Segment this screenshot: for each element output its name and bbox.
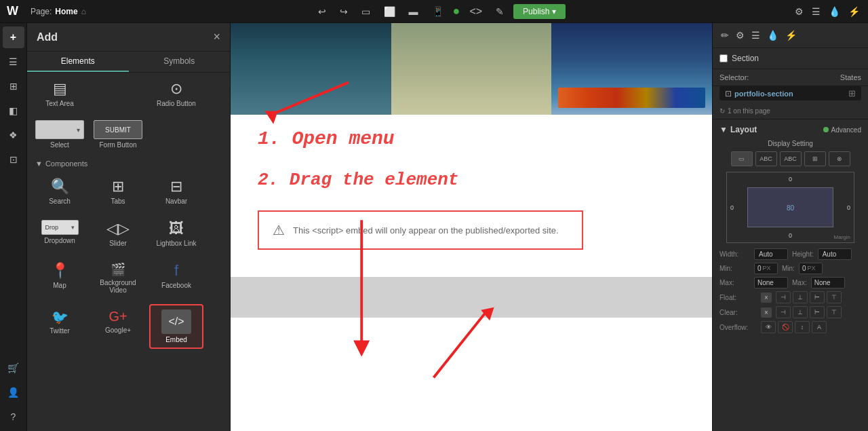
overflow-row: Overflow: 👁 🚫 ↕ A [719, 321, 861, 333]
display-inline-block-icon[interactable]: ABC [755, 151, 777, 166]
ecommerce-icon[interactable]: 🛒 [3, 357, 24, 379]
navbar-icon: ⊟ [170, 178, 182, 195]
selector-field[interactable]: ⊡ portfolio-section ⊞ [719, 86, 861, 100]
float-both-icon[interactable]: ⊤ [827, 291, 842, 303]
navbar-item[interactable]: ⊟ Navbar [149, 173, 203, 210]
pencil-icon[interactable]: ✎ [492, 4, 508, 19]
preview-desktop-button[interactable]: ▭ [357, 4, 374, 19]
float-left-icon[interactable]: ⊣ [776, 291, 791, 303]
layers-icon[interactable]: ⊞ [3, 75, 24, 97]
clear-row: Clear: × ⊣ ⊥ ⊢ ⊤ [719, 306, 861, 318]
lightning-icon[interactable]: ⚡ [784, 29, 798, 42]
canvas-inner: 1. Open menu 2. Drag the element ⚠ This … [231, 23, 712, 431]
overflow-visible-icon[interactable]: 👁 [761, 321, 776, 333]
clear-right-icon[interactable]: ⊢ [810, 306, 825, 318]
display-inline-icon[interactable]: ABC [780, 151, 802, 166]
redo-button[interactable]: ↪ [336, 4, 352, 19]
google-plus-item[interactable]: G+ Google+ [91, 304, 145, 349]
preview-tablet-button[interactable]: ⬜ [380, 4, 399, 19]
facebook-item[interactable]: f Facebook [149, 257, 203, 299]
max-row: Max: None Max: None [719, 277, 861, 288]
menu-icon[interactable]: ☰ [810, 5, 822, 18]
gear-icon[interactable]: ⚙ [734, 29, 746, 42]
selector-label: Selector: [719, 73, 749, 81]
tabs-item[interactable]: ⊞ Tabs [91, 173, 145, 210]
min-height-label: Min: [782, 265, 795, 272]
slider-item[interactable]: ◁▷ Slider [91, 215, 145, 252]
selector-grid-button[interactable]: ⊞ [848, 88, 856, 98]
display-flex-icon[interactable]: ⊞ [804, 151, 826, 166]
float-none-icon[interactable]: ⊥ [793, 291, 808, 303]
min-width-input[interactable]: 0 PX [754, 263, 778, 274]
clear-label: Clear: [719, 309, 757, 316]
assets-icon[interactable]: ◧ [3, 100, 24, 121]
symbols-icon[interactable]: ❖ [3, 124, 24, 146]
height-input[interactable]: Auto [818, 248, 852, 260]
cms-icon[interactable]: ⊡ [3, 149, 24, 170]
canvas-area: 1. Open menu 2. Drag the element ⚠ This … [231, 23, 712, 431]
undo-button[interactable]: ↩ [314, 4, 330, 19]
lightbox-item[interactable]: 🖼 Lightbox Link [149, 215, 203, 252]
settings-icon[interactable]: ⚙ [793, 5, 805, 18]
float-icons: ⊣ ⊥ ⊢ ⊤ [776, 291, 842, 303]
flash-icon[interactable]: ⚡ [847, 5, 861, 18]
width-input[interactable]: Auto [754, 248, 788, 260]
dropdown-caret-icon: ▾ [77, 126, 80, 134]
float-x-button[interactable]: × [761, 293, 772, 303]
advanced-row: Advanced [823, 126, 861, 134]
display-block-icon[interactable]: ▭ [731, 151, 753, 166]
twitter-item[interactable]: 🐦 Twitter [33, 304, 87, 349]
right-panel: ✏ ⚙ ☰ 💧 ⚡ Section Selector: States ⊡ por… [712, 23, 868, 431]
image-block-3 [551, 23, 712, 115]
tab-elements[interactable]: Elements [27, 52, 129, 72]
components-row-4: 🐦 Twitter G+ Google+ </> Embed [27, 301, 230, 352]
dropdown-item[interactable]: Drop ▾ Dropdown [33, 215, 87, 252]
clear-left-icon[interactable]: ⊣ [776, 306, 791, 318]
preview-mobile-button[interactable]: 📱 [428, 4, 448, 19]
publish-caret: ▾ [552, 7, 556, 16]
select-item[interactable]: ▾ Select [33, 117, 87, 151]
map-item[interactable]: 📍 Map [33, 257, 87, 299]
form-button-item[interactable]: SUBMIT Form Button [91, 117, 145, 151]
clear-none-icon[interactable]: ⊥ [793, 306, 808, 318]
embed-item[interactable]: </> Embed [149, 304, 203, 349]
pages-icon[interactable]: ☰ [3, 51, 24, 73]
text-area-item[interactable]: ▤ Text Area [33, 75, 87, 112]
help-icon[interactable]: ? [3, 406, 24, 428]
section-checkbox[interactable] [719, 54, 728, 62]
code-button[interactable]: <> [465, 3, 486, 20]
display-none-icon[interactable]: ⊗ [829, 151, 850, 166]
overflow-auto-icon[interactable]: A [812, 321, 827, 333]
droplet-icon[interactable]: 💧 [766, 29, 780, 42]
add-panel-button[interactable]: + [3, 26, 24, 48]
max-width-input[interactable]: None [754, 277, 788, 288]
panel-close-button[interactable]: × [213, 30, 220, 44]
overflow-hidden-icon[interactable]: 🚫 [778, 321, 793, 333]
float-right-icon[interactable]: ⊢ [810, 291, 825, 303]
topbar: W Page: Home ⌂ ↩ ↪ ▭ ⬜ ▬ 📱 ● <> ✎ Publis… [0, 0, 868, 23]
search-label: Search [49, 198, 71, 205]
max-height-input[interactable]: None [811, 277, 845, 288]
publish-button[interactable]: Publish ▾ [513, 4, 566, 19]
overflow-scroll-icon[interactable]: ↕ [795, 321, 810, 333]
search-item[interactable]: 🔍 Search [33, 173, 87, 210]
radio-button-item[interactable]: ⊙ Radio Button [149, 75, 203, 112]
icon-sidebar: + ☰ ⊞ ◧ ❖ ⊡ 🛒 👤 ? [0, 23, 27, 431]
home-icon[interactable]: ⌂ [81, 7, 86, 16]
topbar-center: ↩ ↪ ▭ ⬜ ▬ 📱 ● <> ✎ Publish ▾ [314, 3, 566, 20]
preview-landscape-button[interactable]: ▬ [405, 4, 422, 19]
brush-icon[interactable]: ✏ [719, 29, 730, 42]
components-section: ▼ Components [27, 154, 230, 170]
clear-both-icon[interactable]: ⊤ [827, 306, 842, 318]
dropdown-widget: Drop ▾ [41, 220, 79, 235]
tab-symbols[interactable]: Symbols [129, 52, 231, 72]
drops-icon[interactable]: 💧 [827, 5, 842, 18]
warning-text: This <script> embed will only appear on … [293, 225, 559, 236]
align-icon[interactable]: ☰ [750, 29, 762, 42]
bg-video-item[interactable]: 🎬 Background Video [91, 257, 145, 299]
slider-icon: ◁▷ [106, 220, 130, 238]
clear-x-button[interactable]: × [761, 307, 772, 318]
margin-right-value: 0 [847, 204, 850, 211]
account-icon[interactable]: 👤 [3, 381, 24, 403]
min-height-input[interactable]: 0 PX [799, 263, 823, 274]
